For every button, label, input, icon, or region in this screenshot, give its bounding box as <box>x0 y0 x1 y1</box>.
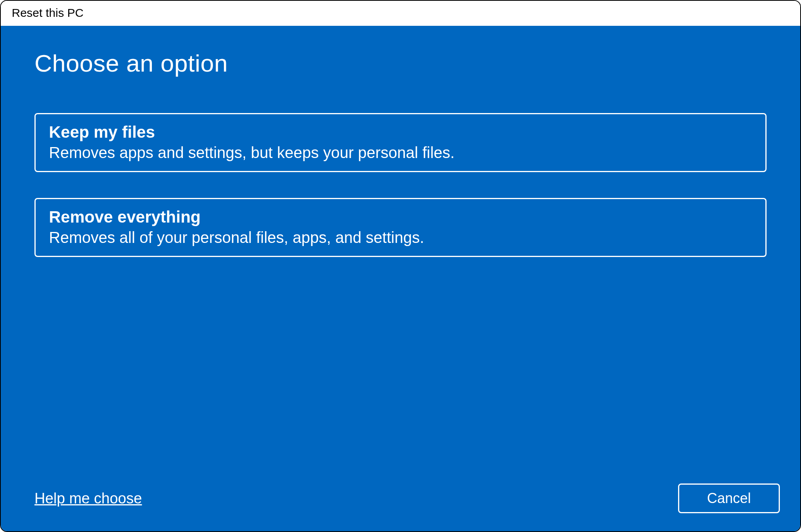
dialog-content: Choose an option Keep my files Removes a… <box>1 26 800 531</box>
help-me-choose-link[interactable]: Help me choose <box>34 490 142 507</box>
option-remove-everything[interactable]: Remove everything Removes all of your pe… <box>34 198 767 257</box>
dialog-footer: Help me choose Cancel <box>34 483 780 513</box>
page-heading: Choose an option <box>34 49 767 77</box>
option-keep-my-files[interactable]: Keep my files Removes apps and settings,… <box>34 113 767 172</box>
option-description: Removes apps and settings, but keeps you… <box>49 144 752 162</box>
option-title: Remove everything <box>49 208 752 226</box>
option-description: Removes all of your personal files, apps… <box>49 229 752 246</box>
cancel-button[interactable]: Cancel <box>678 483 780 513</box>
titlebar: Reset this PC <box>1 1 800 26</box>
options-list: Keep my files Removes apps and settings,… <box>34 113 767 257</box>
option-title: Keep my files <box>49 123 752 142</box>
reset-pc-dialog: Reset this PC Choose an option Keep my f… <box>0 0 801 532</box>
window-title: Reset this PC <box>12 6 789 20</box>
